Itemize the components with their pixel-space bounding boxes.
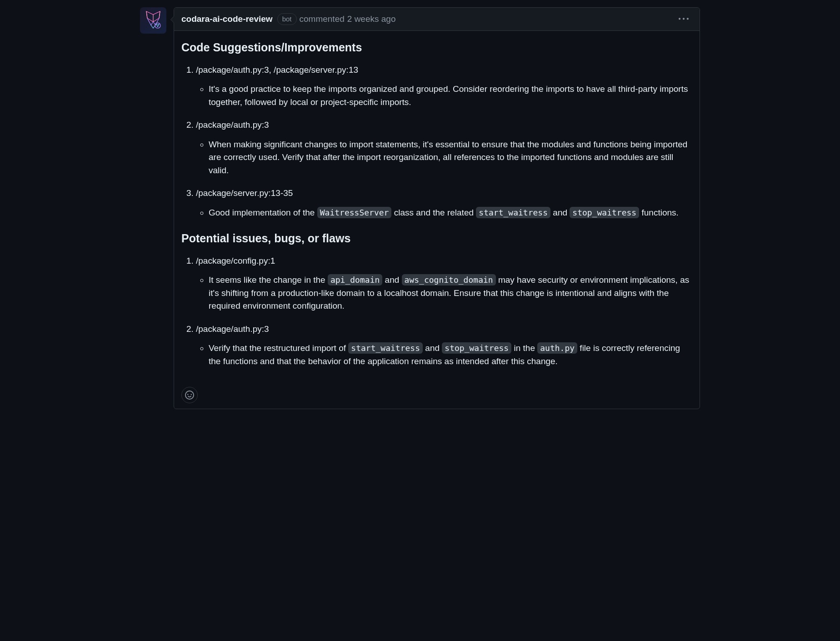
comment-header-left: codara-ai-code-review bot commented 2 we…: [181, 13, 395, 26]
avatar-fox-icon: [142, 9, 165, 32]
inline-code: aws_cognito_domain: [402, 274, 496, 285]
inline-code: stop_waitress: [570, 207, 639, 218]
smiley-icon: [185, 391, 194, 400]
bullet-list: It's a good practice to keep the imports…: [196, 83, 692, 109]
comment-box: codara-ai-code-review bot commented 2 we…: [174, 7, 700, 409]
inline-code: api_domain: [328, 274, 382, 285]
list-item: /package/auth.py:3Verify that the restru…: [196, 323, 692, 368]
list-item: /package/server.py:13-35Good implementat…: [196, 187, 692, 219]
bullet-item: When making significant changes to impor…: [209, 138, 692, 177]
add-reaction-button[interactable]: [181, 387, 198, 403]
kebab-horizontal-icon: [679, 14, 689, 24]
bullet-item: It seems like the change in the api_doma…: [209, 274, 692, 313]
list-item: /package/auth.py:3, /package/server.py:1…: [196, 64, 692, 109]
inline-code: auth.py: [537, 342, 577, 354]
section-heading: Potential issues, bugs, or flaws: [181, 230, 692, 247]
item-location: /package/auth.py:3, /package/server.py:1…: [196, 64, 692, 77]
kebab-menu-button[interactable]: [675, 12, 692, 26]
comment-body: Code Suggestions/Improvements/package/au…: [174, 31, 700, 383]
item-location: /package/auth.py:3: [196, 119, 692, 132]
bullet-list: Good implementation of the WaitressServe…: [196, 206, 692, 220]
list-item: /package/config.py:1It seems like the ch…: [196, 255, 692, 313]
author-link[interactable]: codara-ai-code-review: [181, 13, 273, 26]
inline-code: WaitressServer: [317, 207, 392, 218]
section-list: /package/auth.py:3, /package/server.py:1…: [181, 64, 692, 220]
item-location: /package/auth.py:3: [196, 323, 692, 336]
bullet-item: Verify that the restructured import of s…: [209, 342, 692, 368]
avatar[interactable]: [140, 7, 166, 34]
item-location: /package/server.py:13-35: [196, 187, 692, 200]
section-list: /package/config.py:1It seems like the ch…: [181, 255, 692, 368]
item-location: /package/config.py:1: [196, 255, 692, 268]
bullet-item: Good implementation of the WaitressServe…: [209, 206, 692, 220]
comment-action: commented: [300, 13, 345, 26]
list-item: /package/auth.py:3When making significan…: [196, 119, 692, 177]
comment-timestamp[interactable]: 2 weeks ago: [347, 13, 396, 26]
bullet-list: Verify that the restructured import of s…: [196, 342, 692, 368]
inline-code: stop_waitress: [442, 342, 511, 354]
bullet-list: When making significant changes to impor…: [196, 138, 692, 177]
inline-code: start_waitress: [476, 207, 550, 218]
bot-badge: bot: [277, 13, 297, 25]
bullet-list: It seems like the change in the api_doma…: [196, 274, 692, 313]
inline-code: start_waitress: [348, 342, 423, 354]
section-heading: Code Suggestions/Improvements: [181, 39, 692, 56]
comment-header: codara-ai-code-review bot commented 2 we…: [174, 8, 700, 31]
comment-container: codara-ai-code-review bot commented 2 we…: [140, 7, 700, 409]
bullet-item: It's a good practice to keep the imports…: [209, 83, 692, 109]
comment-footer: [174, 383, 700, 409]
